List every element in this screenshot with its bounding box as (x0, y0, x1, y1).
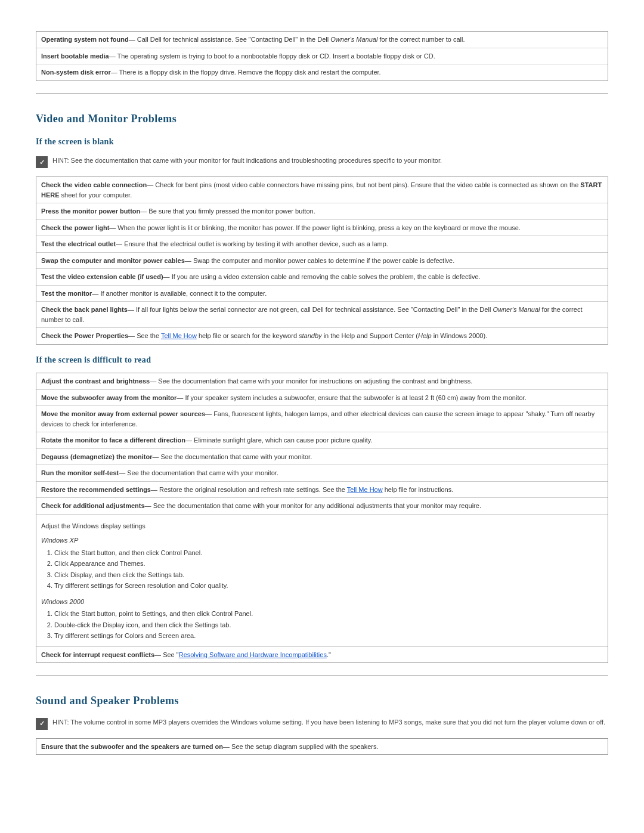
row-label: Test the electrical outlet (41, 240, 116, 247)
screen-difficult-title: If the screen is difficult to read (36, 354, 608, 366)
table-row: Restore the recommended settings— Restor… (36, 482, 608, 498)
row-label: Restore the recommended settings (41, 486, 151, 493)
adjust-label: Adjust the Windows display settings (41, 521, 603, 531)
hint-text-1: HINT: See the documentation that came wi… (52, 156, 442, 166)
table-row: Ensure that the subwoofer and the speake… (36, 739, 608, 755)
list-item: Click Appearance and Themes. (54, 559, 603, 569)
row-label: Swap the computer and monitor power cabl… (41, 257, 185, 264)
hint-icon-2: ✓ (36, 718, 48, 730)
row-label: Test the monitor (41, 290, 92, 297)
list-item: Click the Start button, and then click C… (54, 548, 603, 558)
hint-box-1: ✓ HINT: See the documentation that came … (36, 156, 608, 168)
row-label: Ensure that the subwoofer and the speake… (41, 743, 223, 750)
hint-text-2: HINT: The volume control in some MP3 pla… (52, 717, 605, 727)
resolving-link[interactable]: Resolving Software and Hardware Incompat… (179, 651, 327, 658)
row-label: Check the video cable connection (41, 181, 147, 188)
list-item: Click Display, and then click the Settin… (54, 570, 603, 580)
divider-1 (36, 93, 608, 94)
error-label-3: Non-system disk error (41, 69, 111, 76)
row-label: Check the back panel lights (41, 306, 128, 313)
windows-2000-steps: Click the Start button, point to Setting… (41, 609, 603, 641)
screen-difficult-subsection: If the screen is difficult to read Adjus… (36, 354, 608, 664)
top-error-table: Operating system not found— Call Dell fo… (36, 31, 608, 81)
table-row: Run the monitor self-test— See the docum… (36, 465, 608, 482)
list-item: Try different settings for Colors and Sc… (54, 631, 603, 641)
row-label: Move the monitor away from external powe… (41, 410, 205, 417)
table-row: Check the video cable connection— Check … (36, 177, 608, 203)
row-label: Adjust the contrast and brightness (41, 377, 150, 385)
divider-2 (36, 675, 608, 676)
row-label: Check the power light (41, 224, 109, 231)
table-row: Check the power light— When the power li… (36, 220, 608, 237)
screen-blank-subsection: If the screen is blank ✓ HINT: See the d… (36, 136, 608, 345)
table-row: Swap the computer and monitor power cabl… (36, 253, 608, 270)
windows-2000-label: Windows 2000 (41, 597, 603, 607)
row-label: Rotate the monitor to face a different d… (41, 436, 185, 444)
table-row: Check the Power Properties— See the Tell… (36, 328, 608, 344)
table-row: Check for additional adjustments— See th… (36, 498, 608, 515)
windows-xp-label: Windows XP (41, 535, 603, 546)
table-row: Test the electrical outlet— Ensure that … (36, 236, 608, 253)
row-label: Run the monitor self-test (41, 469, 119, 476)
error-label-2: Insert bootable media (41, 52, 109, 60)
table-row: Adjust the contrast and brightness— See … (36, 373, 608, 390)
row-label: Press the monitor power button (41, 208, 140, 215)
table-row: Press the monitor power button— Be sure … (36, 203, 608, 220)
sound-table: Ensure that the subwoofer and the speake… (36, 738, 608, 755)
list-item: Click the Start button, point to Setting… (54, 609, 603, 619)
sound-section: Sound and Speaker Problems ✓ HINT: The v… (36, 693, 608, 755)
video-section-title: Video and Monitor Problems (36, 112, 608, 126)
row-label: Test the video extension cable (if used) (41, 273, 163, 280)
windows-xp-steps: Click the Start button, and then click C… (41, 548, 603, 591)
table-row: Operating system not found— Call Dell fo… (36, 32, 608, 48)
tell-me-how-link-1[interactable]: Tell Me How (161, 332, 197, 339)
table-row: Adjust the Windows display settings Wind… (36, 515, 608, 647)
table-row: Move the subwoofer away from the monitor… (36, 390, 608, 407)
hint-icon-1: ✓ (36, 156, 48, 168)
list-item: Double-click the Display icon, and then … (54, 620, 603, 630)
list-item: Try different settings for Screen resolu… (54, 581, 603, 591)
table-row: Check for interrupt request conflicts— S… (36, 647, 608, 663)
table-row: Rotate the monitor to face a different d… (36, 432, 608, 449)
row-label: Check for interrupt request conflicts (41, 651, 154, 658)
screen-blank-title: If the screen is blank (36, 136, 608, 148)
row-label: Check for additional adjustments (41, 502, 145, 509)
screen-blank-table: Check the video cable connection— Check … (36, 176, 608, 345)
row-label: Check the Power Properties (41, 332, 128, 339)
video-section: Video and Monitor Problems If the screen… (36, 112, 608, 664)
table-row: Check the back panel lights— If all four… (36, 302, 608, 328)
row-label: Move the subwoofer away from the monitor (41, 394, 177, 401)
sound-section-title: Sound and Speaker Problems (36, 693, 608, 708)
error-label-1: Operating system not found (41, 36, 129, 43)
tell-me-how-link-2[interactable]: Tell Me How (347, 486, 383, 493)
table-row: Test the monitor— If another monitor is … (36, 286, 608, 302)
table-row: Move the monitor away from external powe… (36, 406, 608, 432)
table-row: Degauss (demagnetize) the monitor— See t… (36, 449, 608, 466)
table-row: Insert bootable media— The operating sys… (36, 48, 608, 65)
row-label: Degauss (demagnetize) the monitor (41, 453, 152, 460)
screen-difficult-table: Adjust the contrast and brightness— See … (36, 373, 608, 663)
hint-box-2: ✓ HINT: The volume control in some MP3 p… (36, 717, 608, 730)
table-row: Non-system disk error— There is a floppy… (36, 64, 608, 80)
table-row: Test the video extension cable (if used)… (36, 269, 608, 286)
